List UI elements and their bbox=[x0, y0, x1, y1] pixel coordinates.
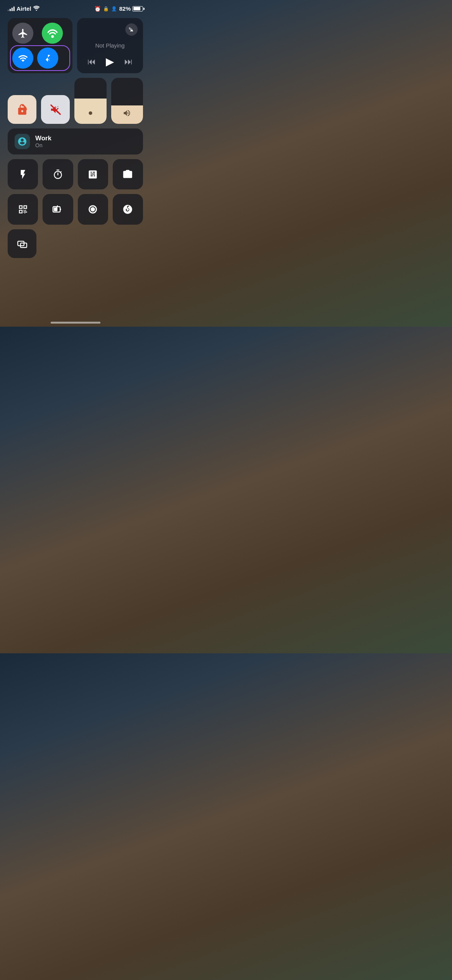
screen-mirror-button[interactable] bbox=[8, 229, 36, 258]
hotspot-button[interactable] bbox=[42, 23, 63, 44]
media-panel: Not Playing ⏮ ▶ ⏭ bbox=[77, 18, 143, 73]
single-icon-row bbox=[8, 229, 143, 258]
svg-point-0 bbox=[36, 10, 37, 11]
battery-icon bbox=[132, 6, 143, 12]
volume-slider[interactable] bbox=[111, 78, 143, 124]
media-top bbox=[82, 23, 138, 36]
status-bar: Airtel ⏰ 🔒 👤 82% bbox=[0, 0, 151, 15]
signal-bars bbox=[8, 7, 15, 11]
status-right: ⏰ 🔒 👤 82% bbox=[94, 5, 143, 12]
flashlight-button[interactable] bbox=[8, 159, 38, 189]
record-button[interactable] bbox=[78, 194, 108, 224]
top-row: Not Playing ⏮ ▶ ⏭ bbox=[8, 18, 143, 73]
status-left: Airtel bbox=[8, 5, 40, 12]
timer-button[interactable] bbox=[43, 159, 73, 189]
brightness-slider[interactable] bbox=[74, 78, 107, 124]
signal-bar-3 bbox=[12, 8, 13, 11]
slider-group bbox=[74, 78, 143, 124]
fast-forward-button[interactable]: ⏭ bbox=[124, 57, 133, 67]
screen-lock-button[interactable] bbox=[8, 95, 36, 124]
battery-fill bbox=[133, 7, 140, 10]
svg-point-1 bbox=[51, 35, 54, 38]
screen-time-icon: 🔒 bbox=[103, 6, 109, 12]
carrier-label: Airtel bbox=[16, 5, 31, 12]
signal-bar-4 bbox=[13, 7, 15, 11]
airplane-mode-button[interactable] bbox=[12, 23, 33, 44]
calculator-button[interactable] bbox=[78, 159, 108, 189]
focus-icon-wrap bbox=[15, 134, 30, 149]
wifi-status-icon bbox=[33, 5, 40, 12]
person-icon: 👤 bbox=[111, 6, 117, 12]
battery-percent: 82% bbox=[119, 5, 131, 12]
rewind-button[interactable]: ⏮ bbox=[87, 57, 96, 67]
camera-button[interactable] bbox=[113, 159, 143, 189]
focus-row: Work On bbox=[8, 128, 143, 155]
icon-grid-row2 bbox=[8, 194, 143, 224]
airplay-button[interactable] bbox=[125, 23, 138, 36]
brightness-icon bbox=[86, 109, 95, 119]
now-playing-label: Not Playing bbox=[82, 42, 138, 49]
media-controls: ⏮ ▶ ⏭ bbox=[82, 55, 138, 68]
svg-point-7 bbox=[90, 207, 95, 212]
second-row bbox=[8, 78, 143, 124]
qr-code-button[interactable] bbox=[8, 194, 38, 224]
bluetooth-button[interactable] bbox=[37, 48, 58, 69]
alarm-icon: ⏰ bbox=[94, 6, 101, 12]
low-power-button[interactable] bbox=[43, 194, 73, 224]
icon-grid-row1 bbox=[8, 159, 143, 189]
mute-button[interactable] bbox=[41, 95, 70, 124]
svg-rect-4 bbox=[60, 209, 61, 210]
shazam-button[interactable] bbox=[113, 194, 143, 224]
control-center: Not Playing ⏮ ▶ ⏭ bbox=[0, 15, 151, 273]
connectivity-panel bbox=[8, 18, 72, 73]
focus-button[interactable]: Work On bbox=[8, 128, 143, 155]
signal-bar-1 bbox=[8, 10, 9, 11]
home-indicator[interactable] bbox=[51, 322, 100, 324]
wifi-button[interactable] bbox=[12, 48, 33, 69]
volume-icon bbox=[123, 109, 131, 119]
focus-subtitle: On bbox=[35, 142, 51, 148]
wifi-bluetooth-row bbox=[12, 48, 68, 69]
battery-container: 82% bbox=[119, 5, 143, 12]
signal-bar-2 bbox=[10, 9, 11, 11]
focus-text: Work On bbox=[35, 135, 51, 148]
focus-title: Work bbox=[35, 135, 51, 142]
play-button[interactable]: ▶ bbox=[106, 55, 114, 68]
